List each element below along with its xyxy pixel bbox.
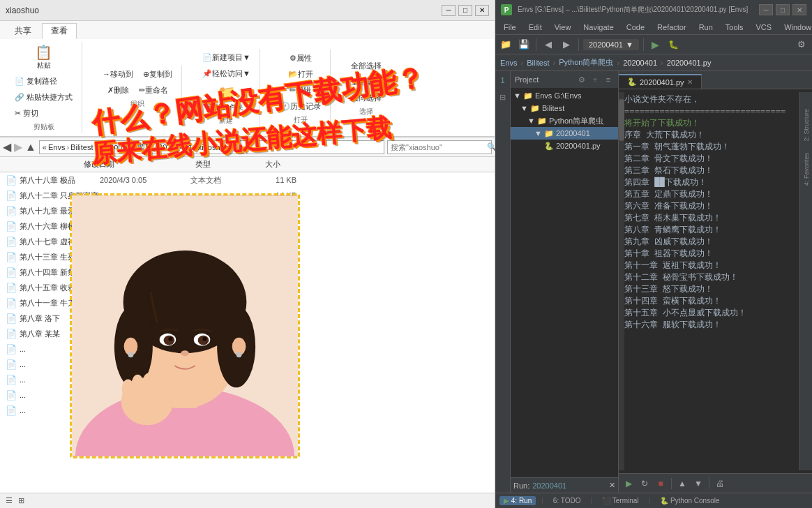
copy-path-icon: 📄 [15,77,24,86]
col-date[interactable]: 修改日期 [84,159,195,170]
scroll-thumb [619,99,624,141]
ide-maximize-button[interactable]: □ [776,4,790,15]
file-icon: 📄 [6,359,17,370]
tree-item-spider[interactable]: ▼ 📁 Python简单爬虫 [511,114,618,127]
run-close-icon[interactable]: ✕ [609,481,615,490]
search-icon[interactable]: 🔍 [487,142,497,151]
history-button[interactable]: 🕐 历史记录 [277,99,324,114]
easy-access-label: 轻松访问▼ [212,68,250,79]
cut-button[interactable]: ✂ 剪切 [11,106,76,121]
status-python-console[interactable]: 🐍 Python Console [656,496,723,505]
close-button[interactable]: ✕ [475,5,489,16]
run-stop-button[interactable]: ■ [654,477,668,491]
tab-py-file[interactable]: 🐍 20200401.py ✕ [619,74,702,89]
crumb-file[interactable]: 20200401.py [665,59,714,67]
run-rerun-button[interactable]: ↻ [638,477,652,491]
status-run[interactable]: ▶ 4: Run [499,496,536,505]
menu-refactor[interactable]: Refactor [652,22,692,33]
run-up-button[interactable]: ▲ [675,477,689,491]
rename-button[interactable]: ✏ 重命名 [135,83,172,98]
tree-item-date[interactable]: ▼ 📁 20200401 [511,127,618,140]
branch-dropdown[interactable]: 20200401 ▼ [583,39,639,50]
properties-button[interactable]: ⚙ 属性 [286,51,315,66]
menu-tools[interactable]: Tools [720,22,749,33]
run-print-button[interactable]: 🖨 [713,477,727,491]
crumb-envs[interactable]: Envs [498,59,519,67]
code-line: 第十四章 蛮横下载成功！ [624,295,799,307]
back-button[interactable]: ◀ [3,140,11,154]
menu-run[interactable]: Run [693,22,719,33]
menu-view[interactable]: View [549,22,577,33]
col-type[interactable]: 类型 [195,159,265,170]
status-terminal[interactable]: ⬛ Terminal [598,496,642,505]
ide-minimize-button[interactable]: ─ [759,4,773,15]
copy-path-button[interactable]: 📄 复制路径 [11,74,76,89]
ribbon-group-new: 📄 新建项目▼ 📌 轻松访问▼ 📁 新建文件夹 新建 [193,49,260,127]
tool-save[interactable]: 💾 [516,37,532,52]
select-all-button[interactable]: 全部选择 [347,59,385,73]
tab-file-icon: 🐍 [627,77,637,87]
tool-open-folder[interactable]: 📁 [498,37,513,52]
up-button[interactable]: ▲ [25,141,36,154]
select-none-button[interactable]: 全部取消 [347,75,385,89]
list-item[interactable]: 📄 第八十八章 极品 2020/4/3 0:05 文本文档 11 KB [0,172,495,188]
maximize-button[interactable]: □ [458,5,472,16]
tree-item-file[interactable]: 🐍 20200401.py [511,140,618,152]
crumb-date[interactable]: 20200401 [621,59,659,67]
tool-debug[interactable]: 🐛 [666,37,682,52]
copy-to-button[interactable]: ⊕ 复制到 [140,67,176,82]
sidebar-project-icon[interactable]: 1 [497,74,509,87]
new-folder-button[interactable]: 📁 新建文件夹 [205,82,247,114]
file-icon: 📄 [6,267,17,278]
left-scrollbar[interactable] [619,92,624,470]
edit-button[interactable]: ✏ 编辑 [286,83,315,98]
file-list: 📄 第八十八章 极品 2020/4/3 0:05 文本文档 11 KB 📄 第八… [0,172,495,493]
delete-button[interactable]: ✗ 删除 [104,83,133,98]
status-todo[interactable]: 6: TODO [549,496,585,505]
move-to-button[interactable]: → 移动到 [99,67,137,82]
menu-file[interactable]: File [498,22,522,33]
tool-back[interactable]: ◀ [541,37,556,52]
paste-shortcut-button[interactable]: 🔗 粘贴快捷方式 [11,90,76,105]
minimize-button[interactable]: ─ [442,5,456,16]
sidebar-structure-icon[interactable]: ⊟ [497,91,509,103]
crumb-bilitest[interactable]: Bilitest [525,59,551,67]
menu-code[interactable]: Code [621,22,650,33]
menu-navigate[interactable]: Navigate [578,22,619,33]
file-icon: 📄 [6,344,17,354]
tree-item-bilitest[interactable]: ▼ 📁 Bilitest [511,102,618,114]
project-expand-icon[interactable]: ÷ [589,74,601,85]
menu-window[interactable]: Window [779,22,812,33]
menu-edit[interactable]: Edit [523,22,548,33]
search-input[interactable] [391,143,487,151]
search-box[interactable]: 🔍 [387,140,492,154]
open-button[interactable]: 📂 打开 [285,67,317,82]
tree-item-envs[interactable]: ▼ 📁 Envs G:\Envs [511,89,618,102]
tab-share[interactable]: 共享 [6,23,40,39]
tab-close-icon[interactable]: ✕ [687,78,693,86]
project-gear-icon[interactable]: ⚙ [576,74,587,85]
address-path[interactable]: « Envs › Bilitest › Python简单爬虫 › 2020040… [39,140,384,154]
run-down-button[interactable]: ▼ [691,477,705,491]
crumb-spider[interactable]: Python简单爬虫 [557,57,615,68]
tree-label-spider: Python简单爬虫 [549,116,603,126]
project-settings-icon[interactable]: ≡ [603,74,614,85]
project-panel-header[interactable]: Project ⚙ ÷ ≡ [511,71,618,88]
tool-run-green[interactable]: ▶ [648,37,663,52]
tab-view[interactable]: 查看 [42,23,77,39]
cut-label: ✂ 剪切 [15,108,38,119]
col-size[interactable]: 大小 [265,159,321,170]
tool-settings[interactable]: ⚙ [794,37,809,52]
vtab-structure[interactable]: 2: Structure [802,106,811,144]
ide-close-button[interactable]: ✕ [792,4,806,15]
new-item-button[interactable]: 📄 新建项目▼ [199,50,254,65]
ribbon-group-organize: → 移动到 ⊕ 复制到 ✗ 删除 [93,66,182,110]
tool-forward[interactable]: ▶ [559,37,574,52]
forward-button[interactable]: ▶ [14,140,22,154]
invert-select-button[interactable]: 反向选择 [347,91,385,105]
menu-vcs[interactable]: VCS [751,22,778,33]
easy-access-button[interactable]: 📌 轻松访问▼ [199,66,254,81]
paste-button[interactable]: 📋 粘贴 [31,43,57,73]
run-play-button[interactable]: ▶ [622,477,636,491]
vtab-favorites[interactable]: 4: Favorites [802,150,811,188]
